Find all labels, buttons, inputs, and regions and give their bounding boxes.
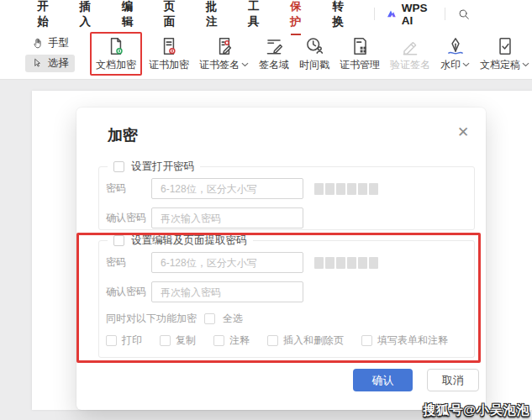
menu-tab-8[interactable]: 转换 <box>332 0 344 31</box>
chevron-down-icon <box>241 62 249 67</box>
select-all-label: 全选 <box>223 312 243 326</box>
encryption-dialog: 加密 ✕ 设置打开密码 密码 确认密码 设置编辑及页面提取密码 <box>76 108 486 410</box>
open-password-row: 密码 <box>106 178 467 199</box>
edit-password-section: 设置编辑及页面提取密码 密码 确认密码 同时对以下功能加密 全选 打印复制注释插… <box>98 240 475 358</box>
dialog-title: 加密 <box>108 125 138 145</box>
chevron-down-icon <box>522 62 529 67</box>
mode-tool-1[interactable]: 手型 <box>25 34 75 52</box>
tool-3[interactable]: 证书签名 <box>194 32 254 76</box>
mode-tool-2[interactable]: 选择 <box>25 55 75 72</box>
tool-4[interactable]: 签名域 <box>254 32 294 76</box>
hand-icon <box>31 37 44 50</box>
function-checkbox[interactable] <box>213 335 224 346</box>
protect-tools-group: 文档加密证书加密证书签名签名域时间戳证书管理验证签名水印文档定稿 <box>88 32 532 76</box>
search-icon[interactable] <box>456 5 471 24</box>
confirm-password-label: 确认密码 <box>106 285 151 299</box>
cert-lock-icon <box>158 35 180 57</box>
password-label: 密码 <box>106 181 151 196</box>
function-option-4[interactable]: 插入和删除页 <box>267 333 361 348</box>
close-icon[interactable]: ✕ <box>453 123 473 143</box>
edit-confirm-row: 确认密码 <box>106 281 467 302</box>
cert-manage-icon <box>349 35 371 57</box>
tool-7: 验证签名 <box>385 32 435 76</box>
function-options-row: 打印复制注释插入和删除页填写表单和注释 <box>106 333 467 348</box>
confirm-button[interactable]: 确认 <box>353 369 413 391</box>
mode-tool-group: 手型选择 <box>25 34 75 72</box>
tool-5[interactable]: 时间戳 <box>294 32 334 76</box>
open-password-section: 设置打开密码 密码 确认密码 <box>98 166 475 230</box>
watermark-icon <box>445 35 466 57</box>
menu-tab-6[interactable]: 工具 <box>248 0 260 31</box>
function-checkbox[interactable] <box>160 335 171 346</box>
password-label: 密码 <box>106 255 151 270</box>
function-option-5[interactable]: 填写表单和注释 <box>361 333 448 348</box>
function-checkbox[interactable] <box>106 335 117 346</box>
open-confirm-row: 确认密码 <box>106 207 467 228</box>
menu-tab-7[interactable]: 保护 <box>290 0 302 31</box>
function-option-2[interactable]: 复制 <box>160 333 213 348</box>
confirm-password-label: 确认密码 <box>106 211 151 225</box>
set-edit-password-checkbox[interactable] <box>113 235 124 246</box>
function-option-1[interactable]: 打印 <box>106 333 160 348</box>
menu-tab-2[interactable]: 插入 <box>79 0 91 31</box>
workspace: 加密 ✕ 设置打开密码 密码 确认密码 设置编辑及页面提取密码 <box>0 80 532 420</box>
menu-tab-4[interactable]: 页面 <box>163 0 175 31</box>
cancel-button[interactable]: 取消 <box>427 369 479 391</box>
menu-tab-3[interactable]: 编辑 <box>121 0 133 31</box>
select-all-checkbox[interactable] <box>204 313 215 324</box>
function-checkbox[interactable] <box>361 335 372 346</box>
menu-right-group: WPS AI <box>374 2 471 27</box>
password-strength-meter <box>314 183 378 195</box>
open-confirm-password-input[interactable] <box>151 207 303 228</box>
tool-2[interactable]: 证书加密 <box>144 32 194 76</box>
menu-bar: 开始插入编辑页面批注工具保护转换 WPS AI <box>0 0 532 28</box>
edit-password-row: 密码 <box>106 252 467 273</box>
set-edit-password-label: 设置编辑及页面提取密码 <box>131 234 247 248</box>
tool-6[interactable]: 证书管理 <box>334 32 385 76</box>
menu-tabs: 开始插入编辑页面批注工具保护转换 <box>37 0 374 31</box>
timestamp-icon <box>303 35 325 57</box>
watermark-text: 搜狐号@小吴泡泡 <box>423 402 530 418</box>
functions-label: 同时对以下功能加密 <box>106 312 197 326</box>
edit-password-legend: 设置编辑及页面提取密码 <box>108 234 253 248</box>
chevron-down-icon <box>462 62 470 67</box>
verify-sign-icon <box>399 35 421 57</box>
doc-lock-icon <box>105 35 127 57</box>
functions-row: 同时对以下功能加密 全选 <box>106 312 243 326</box>
menu-divider <box>445 8 445 20</box>
wps-ai-logo-icon <box>386 7 398 21</box>
set-open-password-checkbox[interactable] <box>113 161 124 172</box>
function-option-3[interactable]: 注释 <box>213 333 267 348</box>
tool-1[interactable]: 文档加密 <box>90 32 142 76</box>
menu-tab-1[interactable]: 开始 <box>37 0 49 31</box>
open-password-legend: 设置打开密码 <box>108 160 200 174</box>
toolbar: 手型选择 文档加密证书加密证书签名签名域时间戳证书管理验证签名水印文档定稿 <box>0 28 532 80</box>
tool-9[interactable]: 文档定稿 <box>475 32 532 76</box>
wps-ai-label: WPS AI <box>402 2 434 27</box>
open-password-input[interactable] <box>151 178 303 199</box>
doc-final-icon <box>494 35 516 57</box>
password-strength-meter <box>314 257 378 269</box>
cert-sign-icon <box>213 35 235 57</box>
set-open-password-label: 设置打开密码 <box>131 160 194 174</box>
menu-tab-5[interactable]: 批注 <box>206 0 218 31</box>
cursor-icon <box>31 57 44 70</box>
edit-password-input[interactable] <box>151 252 303 273</box>
sign-field-icon <box>263 35 285 57</box>
wps-ai-button[interactable]: WPS AI <box>386 2 434 27</box>
tool-8[interactable]: 水印 <box>435 32 475 76</box>
function-checkbox[interactable] <box>267 335 278 346</box>
edit-confirm-password-input[interactable] <box>151 281 303 302</box>
menu-divider <box>374 8 375 20</box>
